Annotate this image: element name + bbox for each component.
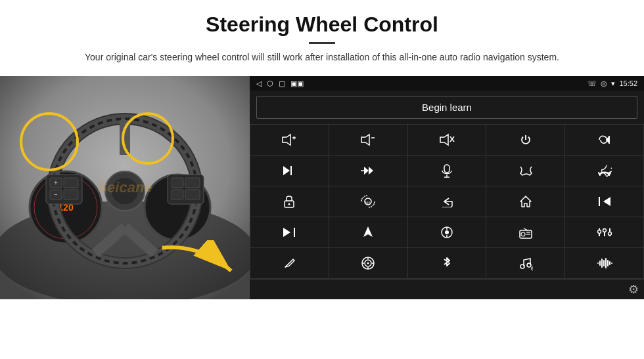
statusbar-right: ☏ ◎ ▾ 15:52	[587, 79, 637, 88]
ctrl-fast-forward[interactable]	[329, 156, 407, 186]
svg-marker-41	[369, 167, 373, 175]
ctrl-target[interactable]	[329, 248, 407, 278]
ctrl-phone-prev[interactable]	[565, 125, 643, 155]
settings-gear-icon[interactable]: ⚙	[628, 282, 639, 297]
ctrl-equalizer[interactable]	[565, 217, 643, 247]
svg-marker-37	[283, 166, 290, 175]
android-statusbar: ◁ ⬡ ▢ ▣▣ ☏ ◎ ▾ 15:52	[250, 76, 644, 91]
highlight-circle-right	[122, 112, 174, 165]
ctrl-music[interactable]: ⚙	[486, 248, 564, 278]
subtitle-text: Your original car's steering wheel contr…	[76, 51, 568, 64]
highlight-circle-left	[20, 112, 79, 171]
ctrl-360-camera[interactable]: 360°	[329, 186, 407, 217]
car-image-area: 120 +	[0, 76, 250, 299]
svg-marker-51	[520, 196, 531, 207]
ctrl-pen[interactable]	[250, 248, 329, 278]
page-wrapper: Steering Wheel Control Your original car…	[0, 0, 644, 359]
svg-point-75	[367, 263, 369, 264]
page-title: Steering Wheel Control	[39, 12, 605, 37]
ctrl-phone-answer[interactable]	[486, 156, 564, 186]
ctrl-skip-forward[interactable]	[250, 217, 329, 247]
wifi-status-icon: ▾	[611, 79, 615, 88]
svg-rect-19	[64, 178, 78, 188]
ctrl-volume-down[interactable]	[329, 125, 407, 155]
svg-rect-42	[444, 165, 449, 173]
ctrl-car-lock[interactable]	[250, 186, 329, 217]
svg-rect-20	[64, 190, 78, 200]
svg-rect-22	[172, 178, 183, 188]
ctrl-navigate[interactable]	[329, 217, 407, 247]
svg-text:+: +	[54, 179, 58, 186]
svg-marker-30	[361, 135, 369, 145]
ctrl-home[interactable]	[486, 186, 564, 217]
ctrl-skip-back[interactable]	[565, 186, 643, 217]
ctrl-volume-up[interactable]	[250, 125, 329, 155]
title-divider	[309, 42, 335, 44]
svg-point-48	[288, 203, 290, 205]
ctrl-power[interactable]	[486, 125, 564, 155]
ctrl-next-track[interactable]	[250, 156, 329, 186]
settings-bar: ⚙	[250, 279, 644, 299]
header-section: Steering Wheel Control Your original car…	[0, 0, 644, 70]
location-status-icon: ◎	[601, 79, 607, 88]
svg-point-12	[112, 178, 138, 204]
home-nav-icon[interactable]: ⬡	[267, 79, 273, 88]
svg-marker-53	[603, 197, 610, 206]
statusbar-left: ◁ ⬡ ▢ ▣▣	[256, 79, 304, 88]
svg-text:−: −	[54, 191, 58, 198]
begin-learn-button[interactable]: Begin learn	[256, 96, 637, 119]
ctrl-back-arrow[interactable]	[408, 186, 486, 217]
ctrl-microphone[interactable]	[408, 156, 486, 186]
svg-rect-25	[185, 190, 200, 200]
svg-point-71	[608, 232, 611, 236]
begin-learn-row: Begin learn	[250, 91, 644, 124]
svg-point-69	[603, 229, 606, 232]
svg-marker-54	[283, 228, 290, 237]
ctrl-bluetooth[interactable]	[408, 248, 486, 278]
recents-nav-icon[interactable]: ▢	[279, 79, 285, 88]
svg-point-67	[597, 230, 601, 234]
svg-marker-32	[440, 135, 448, 145]
svg-marker-40	[364, 167, 369, 175]
ctrl-phone-hangup[interactable]	[565, 156, 643, 186]
signal-icon: ▣▣	[290, 79, 304, 88]
android-panel: ◁ ⬡ ▢ ▣▣ ☏ ◎ ▾ 15:52 Begin learn	[250, 76, 644, 299]
svg-marker-56	[363, 226, 373, 237]
ctrl-mute[interactable]	[408, 125, 486, 155]
ctrl-soundwave[interactable]	[565, 248, 643, 278]
back-nav-icon[interactable]: ◁	[256, 79, 262, 88]
svg-text:360°: 360°	[365, 201, 371, 205]
svg-text:⚙: ⚙	[530, 266, 533, 270]
svg-rect-24	[185, 178, 200, 188]
svg-marker-27	[283, 135, 290, 145]
svg-point-62	[521, 232, 525, 236]
time-display: 15:52	[619, 79, 637, 87]
svg-rect-23	[172, 190, 183, 200]
ctrl-source[interactable]	[408, 217, 486, 247]
phone-status-icon: ☏	[587, 79, 597, 88]
ctrl-radio[interactable]	[486, 217, 564, 247]
content-area: 120 +	[0, 76, 644, 359]
controls-grid: 360°	[250, 124, 644, 279]
svg-point-58	[445, 230, 449, 234]
